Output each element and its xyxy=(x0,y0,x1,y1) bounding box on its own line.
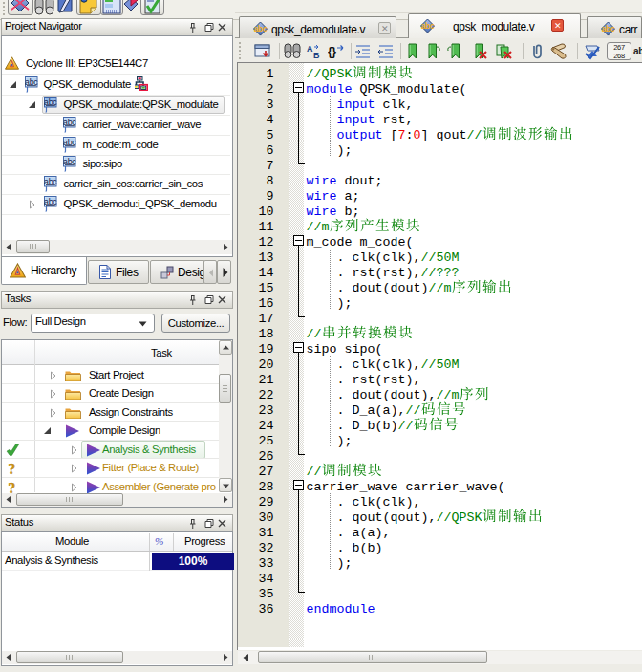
svg-text:{}: {} xyxy=(328,45,336,58)
svg-text:A: A xyxy=(307,44,313,54)
svg-text:B: B xyxy=(313,51,320,60)
